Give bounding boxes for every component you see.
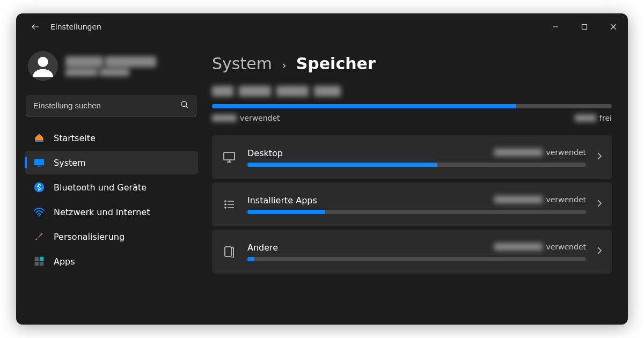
svg-point-22 — [225, 204, 226, 205]
category-used-amount — [494, 243, 543, 251]
disk-title — [212, 86, 612, 97]
avatar-icon — [28, 51, 58, 81]
svg-point-6 — [181, 101, 187, 107]
svg-rect-13 — [35, 257, 39, 261]
chevron-right-icon — [597, 199, 602, 210]
sidebar-item-system[interactable]: System — [25, 151, 198, 174]
close-button[interactable] — [599, 13, 628, 40]
svg-point-20 — [225, 201, 226, 202]
storage-category-installed-apps[interactable]: Installierte Apps verwendet — [212, 182, 612, 226]
storage-category-other[interactable]: Andere verwendet — [212, 230, 612, 274]
storage-category-list: Desktop verwendet Installierte Apps — [212, 135, 612, 274]
sidebar-item-bluetooth[interactable]: Bluetooth und Geräte — [25, 175, 198, 199]
svg-point-5 — [38, 57, 48, 67]
sidebar: Startseite System Bluetooth und Geräte — [16, 40, 207, 325]
svg-rect-16 — [40, 262, 44, 266]
bluetooth-icon — [33, 181, 45, 193]
overall-storage-labels: verwendet frei — [212, 114, 612, 122]
storage-category-desktop[interactable]: Desktop verwendet — [212, 135, 612, 179]
chevron-right-icon — [597, 152, 602, 163]
title-bar: Einstellungen — [16, 13, 628, 40]
used-label: verwendet — [240, 114, 280, 122]
category-bar — [247, 210, 586, 214]
category-used-amount — [494, 149, 543, 156]
svg-point-24 — [225, 207, 226, 208]
category-used-label: verwendet — [546, 243, 586, 251]
maximize-button[interactable] — [570, 13, 599, 40]
settings-window: Einstellungen — [16, 13, 628, 325]
brush-icon — [33, 231, 45, 243]
home-icon — [33, 132, 45, 144]
svg-line-7 — [186, 106, 188, 108]
sidebar-item-home[interactable]: Startseite — [25, 126, 198, 150]
search-icon — [180, 100, 189, 112]
overall-storage-fill — [212, 104, 516, 108]
svg-rect-14 — [40, 257, 44, 261]
category-name: Desktop — [247, 148, 283, 158]
app-title: Einstellungen — [50, 23, 101, 31]
svg-point-12 — [39, 215, 40, 217]
sidebar-item-label: System — [54, 158, 86, 168]
breadcrumb-current: Speicher — [296, 54, 376, 73]
nav-list: Startseite System Bluetooth und Geräte — [23, 126, 200, 273]
overall-storage-bar — [212, 104, 612, 108]
minimize-button[interactable] — [541, 13, 570, 40]
sidebar-item-apps[interactable]: Apps — [25, 249, 198, 273]
category-name: Installierte Apps — [247, 195, 317, 205]
category-used-amount — [494, 196, 543, 203]
account-name — [65, 55, 156, 78]
other-icon — [222, 246, 237, 258]
category-used-label: verwendet — [546, 195, 586, 204]
svg-rect-17 — [224, 152, 235, 160]
free-label: frei — [599, 114, 612, 122]
wifi-icon — [33, 206, 45, 218]
desktop-icon — [222, 151, 237, 163]
sidebar-item-label: Apps — [54, 256, 75, 267]
search-input[interactable] — [33, 101, 180, 110]
svg-rect-2 — [582, 25, 587, 30]
sidebar-item-label: Personalisierung — [54, 232, 125, 242]
search-box[interactable] — [26, 95, 197, 116]
chevron-right-icon — [597, 246, 602, 257]
svg-rect-9 — [34, 159, 44, 165]
svg-rect-26 — [225, 247, 231, 256]
svg-rect-10 — [38, 166, 41, 167]
apps-icon — [222, 199, 237, 210]
category-used-label: verwendet — [546, 148, 586, 157]
breadcrumb-parent[interactable]: System — [212, 54, 272, 73]
sidebar-item-label: Netzwerk und Internet — [54, 207, 150, 217]
window-controls — [541, 13, 628, 40]
apps-grid-icon — [33, 255, 45, 267]
sidebar-item-label: Startseite — [54, 133, 96, 143]
account-block[interactable] — [23, 51, 200, 81]
category-name: Andere — [247, 243, 278, 253]
category-bar — [247, 257, 586, 261]
svg-rect-15 — [35, 262, 39, 266]
free-amount — [575, 114, 596, 122]
sidebar-item-network[interactable]: Netzwerk und Internet — [25, 200, 198, 224]
chevron-right-icon: › — [282, 58, 287, 72]
svg-rect-8 — [35, 140, 43, 142]
sidebar-item-label: Bluetooth und Geräte — [54, 182, 147, 193]
category-bar — [247, 163, 586, 167]
breadcrumb: System › Speicher — [212, 54, 612, 73]
back-button[interactable] — [26, 17, 45, 36]
system-icon — [33, 157, 45, 168]
sidebar-item-personalization[interactable]: Personalisierung — [25, 225, 198, 248]
used-amount — [212, 114, 237, 122]
content-area: System › Speicher verwendet frei — [207, 40, 628, 325]
